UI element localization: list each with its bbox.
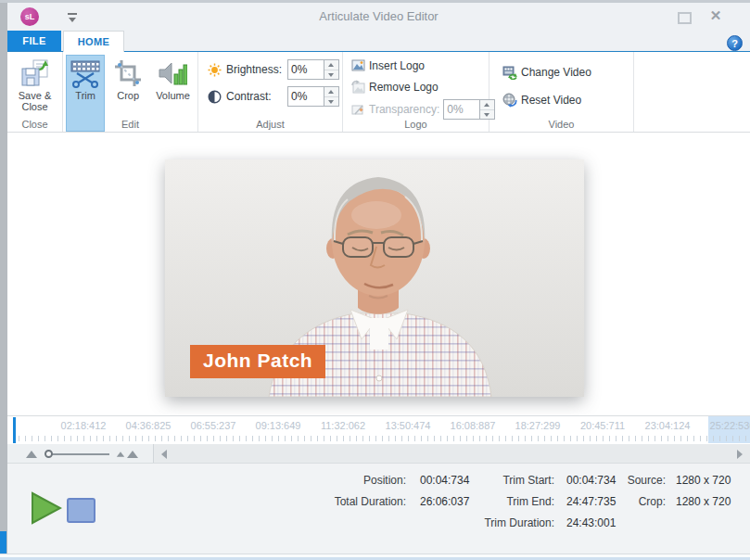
brightness-spinner	[324, 59, 339, 80]
source-label: Source:	[601, 474, 666, 487]
save-close-icon	[20, 58, 50, 88]
ribbon: Save & Close Close Tri	[7, 52, 750, 133]
transparency-label: Transparency:	[369, 103, 439, 116]
zoom-in-button[interactable]	[127, 451, 138, 458]
tab-file[interactable]: FILE	[7, 31, 61, 51]
transparency-input[interactable]	[443, 99, 480, 120]
source-info-column: Source: 1280 x 720 Crop: 1280 x 720	[601, 474, 750, 508]
total-duration-label: Total Duration:	[269, 495, 406, 508]
window-title: Articulate Video Editor	[7, 9, 750, 23]
play-button[interactable]	[31, 491, 62, 525]
spinner-up-button[interactable]	[324, 87, 338, 97]
contrast-label: Contrast:	[226, 90, 287, 103]
timeline-timestamp: 18:27:299	[515, 420, 561, 431]
crop-icon	[113, 58, 143, 88]
zoom-slider-track[interactable]	[50, 453, 109, 455]
ribbon-tab-row: FILE HOME ?	[7, 31, 750, 52]
timeline-timestamp: 02:18:412	[61, 420, 107, 431]
zoom-in-icon	[117, 452, 124, 457]
customize-quick-access-icon[interactable]	[67, 12, 78, 23]
group-label-edit: Edit	[63, 119, 197, 130]
preview-canvas: John Patch	[7, 133, 750, 415]
change-video-icon	[502, 65, 517, 80]
insert-logo-icon	[351, 58, 365, 72]
timeline-timestamp: 11:32:062	[321, 420, 365, 431]
remove-logo-label: Remove Logo	[369, 81, 439, 94]
reset-video-label: Reset Video	[521, 94, 581, 107]
contrast-spinner	[324, 86, 339, 107]
group-label-close: Close	[7, 119, 62, 130]
logo-transparency-icon	[351, 103, 365, 117]
help-icon[interactable]: ?	[727, 35, 743, 51]
articulate-video-editor-window: sL Articulate Video Editor ✕ FILE HOME ?	[0, 0, 750, 560]
maximize-button[interactable]	[676, 10, 691, 23]
title-bar: sL Articulate Video Editor ✕	[7, 3, 750, 31]
status-panel: Position: 00:04:734 Total Duration: 26:0…	[7, 464, 750, 554]
trim-start-label: Trim Start:	[443, 474, 554, 487]
reset-video-icon	[502, 93, 517, 108]
remove-logo-button[interactable]: Remove Logo	[351, 80, 439, 94]
window-left-edge	[0, 3, 7, 560]
spinner-down-button[interactable]	[324, 97, 338, 107]
crop-label: Crop	[117, 90, 139, 101]
source-value: 1280 x 720	[676, 474, 750, 487]
video-caption: John Patch	[190, 345, 325, 378]
zoom-out-button[interactable]	[26, 451, 37, 458]
change-video-label: Change Video	[521, 66, 591, 79]
ribbon-group-video: Change Video Reset Video Video	[489, 52, 634, 132]
brightness-input[interactable]	[287, 59, 324, 80]
spinner-up-button[interactable]	[324, 60, 338, 70]
storyline-app-logo: sL	[20, 7, 39, 26]
contrast-input[interactable]	[287, 86, 324, 107]
timeline-timestamp: 16:08:887	[451, 420, 496, 431]
timeline-timestamp: 13:50:474	[386, 420, 431, 431]
timeline-timestamp: 04:36:825	[126, 420, 172, 431]
save-and-close-button[interactable]: Save & Close	[14, 55, 56, 114]
crop-size-value: 1280 x 720	[676, 495, 750, 508]
save-close-label-line1: Save &	[19, 90, 51, 101]
stop-button[interactable]	[67, 498, 95, 523]
timeline-zoom-row	[7, 444, 750, 464]
timeline-scrollbar[interactable]	[153, 444, 750, 463]
reset-video-button[interactable]: Reset Video	[502, 93, 581, 108]
timeline-tick-marks	[13, 436, 750, 441]
trim-label: Trim	[75, 90, 95, 101]
timeline-timestamp: 09:13:649	[256, 420, 301, 431]
timeline-ruler[interactable]: 02:18:412 04:36:825 06:55:237 09:13:649 …	[7, 415, 750, 443]
scroll-right-icon[interactable]	[737, 450, 743, 459]
brightness-icon	[208, 63, 222, 77]
ribbon-group-adjust: Brightness: Contrast: Adjust	[198, 52, 343, 132]
trim-icon	[70, 58, 100, 88]
video-preview: John Patch	[165, 159, 584, 397]
timeline-timestamp: 25:22:536	[710, 420, 750, 431]
insert-logo-button[interactable]: Insert Logo	[351, 58, 425, 72]
crop-size-label: Crop:	[601, 495, 666, 508]
trim-duration-label: Trim Duration:	[443, 516, 554, 529]
insert-logo-label: Insert Logo	[369, 59, 425, 72]
ribbon-spacer	[634, 52, 750, 132]
trim-duration-value: 24:43:001	[566, 516, 641, 529]
contrast-icon	[208, 90, 222, 104]
ribbon-group-logo: Insert Logo Remove Logo	[343, 52, 489, 132]
spinner-down-button[interactable]	[324, 70, 338, 80]
close-button[interactable]: ✕	[707, 7, 724, 24]
scroll-left-icon[interactable]	[161, 450, 167, 459]
brightness-label: Brightness:	[226, 63, 287, 76]
save-close-label-line2: Close	[21, 101, 47, 112]
change-video-button[interactable]: Change Video	[502, 65, 591, 80]
timeline-playhead[interactable]	[13, 417, 16, 443]
group-label-video: Video	[489, 119, 633, 130]
trim-end-label: Trim End:	[443, 495, 554, 508]
volume-icon	[158, 58, 187, 88]
group-label-adjust: Adjust	[198, 119, 342, 130]
timeline-timestamp: 23:04:124	[645, 420, 691, 431]
volume-label: Volume	[156, 90, 190, 101]
tab-home[interactable]: HOME	[63, 31, 124, 52]
background-window-fragment	[0, 531, 6, 556]
timeline-timestamp: 06:55:237	[191, 420, 236, 431]
timeline-timestamp: 20:45:711	[580, 420, 625, 431]
zoom-slider-handle[interactable]	[44, 450, 53, 458]
group-label-logo: Logo	[343, 119, 489, 130]
position-label: Position:	[269, 474, 406, 487]
remove-logo-icon	[351, 80, 365, 94]
